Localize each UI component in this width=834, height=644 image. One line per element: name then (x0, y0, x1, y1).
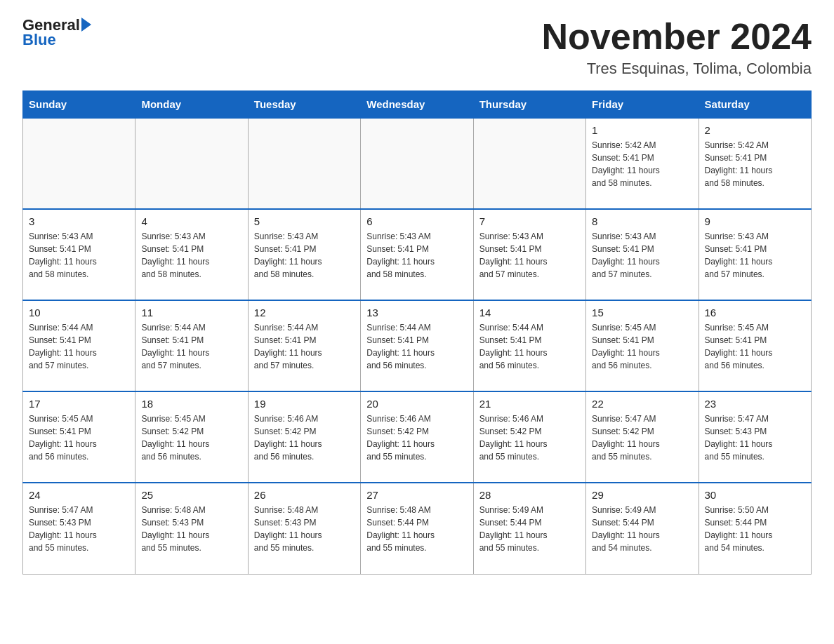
col-tuesday: Tuesday (248, 91, 360, 119)
day-info: Sunrise: 5:44 AM Sunset: 5:41 PM Dayligh… (141, 321, 241, 372)
page-header: General Blue November 2024 Tres Esquinas… (22, 17, 812, 78)
day-number: 22 (592, 398, 692, 410)
day-info: Sunrise: 5:49 AM Sunset: 5:44 PM Dayligh… (592, 504, 692, 554)
calendar-cell: 22Sunrise: 5:47 AM Sunset: 5:42 PM Dayli… (586, 391, 699, 483)
day-info: Sunrise: 5:49 AM Sunset: 5:44 PM Dayligh… (479, 504, 580, 554)
day-number: 19 (254, 398, 355, 410)
day-info: Sunrise: 5:43 AM Sunset: 5:41 PM Dayligh… (29, 230, 129, 281)
calendar-week-row: 24Sunrise: 5:47 AM Sunset: 5:43 PM Dayli… (23, 483, 812, 574)
calendar-header-row: Sunday Monday Tuesday Wednesday Thursday… (23, 91, 812, 119)
day-number: 11 (141, 307, 241, 318)
calendar-cell: 13Sunrise: 5:44 AM Sunset: 5:41 PM Dayli… (361, 300, 473, 391)
day-number: 14 (479, 307, 580, 318)
day-number: 5 (254, 215, 355, 227)
calendar-cell: 6Sunrise: 5:43 AM Sunset: 5:41 PM Daylig… (361, 209, 473, 300)
day-info: Sunrise: 5:47 AM Sunset: 5:43 PM Dayligh… (29, 504, 129, 554)
col-wednesday: Wednesday (361, 91, 473, 119)
col-monday: Monday (135, 91, 248, 119)
day-number: 3 (29, 215, 129, 227)
day-info: Sunrise: 5:43 AM Sunset: 5:41 PM Dayligh… (705, 230, 805, 281)
calendar-cell: 19Sunrise: 5:46 AM Sunset: 5:42 PM Dayli… (248, 391, 360, 483)
day-info: Sunrise: 5:42 AM Sunset: 5:41 PM Dayligh… (592, 139, 692, 189)
day-number: 17 (29, 398, 129, 410)
location-subtitle: Tres Esquinas, Tolima, Colombia (542, 60, 812, 78)
day-info: Sunrise: 5:47 AM Sunset: 5:42 PM Dayligh… (592, 412, 692, 463)
calendar-cell (361, 118, 473, 209)
calendar-week-row: 3Sunrise: 5:43 AM Sunset: 5:41 PM Daylig… (23, 209, 812, 300)
title-area: November 2024 Tres Esquinas, Tolima, Col… (542, 17, 812, 78)
day-info: Sunrise: 5:46 AM Sunset: 5:42 PM Dayligh… (254, 412, 355, 463)
col-sunday: Sunday (23, 91, 135, 119)
day-number: 28 (479, 489, 580, 501)
calendar-cell: 17Sunrise: 5:45 AM Sunset: 5:41 PM Dayli… (23, 391, 135, 483)
calendar-cell: 2Sunrise: 5:42 AM Sunset: 5:41 PM Daylig… (699, 118, 811, 209)
day-number: 26 (254, 489, 355, 501)
month-title: November 2024 (542, 17, 812, 57)
day-number: 8 (592, 215, 692, 227)
day-info: Sunrise: 5:48 AM Sunset: 5:43 PM Dayligh… (254, 504, 355, 554)
day-info: Sunrise: 5:45 AM Sunset: 5:41 PM Dayligh… (29, 412, 129, 463)
day-number: 6 (366, 215, 467, 227)
day-info: Sunrise: 5:48 AM Sunset: 5:44 PM Dayligh… (366, 504, 467, 554)
day-info: Sunrise: 5:43 AM Sunset: 5:41 PM Dayligh… (592, 230, 692, 281)
day-info: Sunrise: 5:46 AM Sunset: 5:42 PM Dayligh… (366, 412, 467, 463)
calendar-cell: 29Sunrise: 5:49 AM Sunset: 5:44 PM Dayli… (586, 483, 699, 574)
calendar-cell: 1Sunrise: 5:42 AM Sunset: 5:41 PM Daylig… (586, 118, 699, 209)
calendar-week-row: 17Sunrise: 5:45 AM Sunset: 5:41 PM Dayli… (23, 391, 812, 483)
calendar-cell (23, 118, 135, 209)
day-info: Sunrise: 5:43 AM Sunset: 5:41 PM Dayligh… (479, 230, 580, 281)
calendar-cell: 20Sunrise: 5:46 AM Sunset: 5:42 PM Dayli… (361, 391, 473, 483)
calendar-cell: 10Sunrise: 5:44 AM Sunset: 5:41 PM Dayli… (23, 300, 135, 391)
day-number: 15 (592, 307, 692, 318)
logo-bottom: Blue (22, 31, 56, 49)
calendar-cell: 5Sunrise: 5:43 AM Sunset: 5:41 PM Daylig… (248, 209, 360, 300)
day-info: Sunrise: 5:43 AM Sunset: 5:41 PM Dayligh… (366, 230, 467, 281)
calendar-week-row: 1Sunrise: 5:42 AM Sunset: 5:41 PM Daylig… (23, 118, 812, 209)
day-info: Sunrise: 5:44 AM Sunset: 5:41 PM Dayligh… (479, 321, 580, 372)
day-number: 25 (141, 489, 241, 501)
day-info: Sunrise: 5:47 AM Sunset: 5:43 PM Dayligh… (705, 412, 805, 463)
day-info: Sunrise: 5:43 AM Sunset: 5:41 PM Dayligh… (254, 230, 355, 281)
calendar-table: Sunday Monday Tuesday Wednesday Thursday… (22, 90, 812, 575)
calendar-cell: 4Sunrise: 5:43 AM Sunset: 5:41 PM Daylig… (135, 209, 248, 300)
day-info: Sunrise: 5:50 AM Sunset: 5:44 PM Dayligh… (705, 504, 805, 554)
calendar-cell: 7Sunrise: 5:43 AM Sunset: 5:41 PM Daylig… (473, 209, 585, 300)
day-number: 1 (592, 124, 692, 136)
logo: General Blue (22, 17, 91, 49)
calendar-cell: 14Sunrise: 5:44 AM Sunset: 5:41 PM Dayli… (473, 300, 585, 391)
calendar-cell (473, 118, 585, 209)
col-friday: Friday (586, 91, 699, 119)
calendar-week-row: 10Sunrise: 5:44 AM Sunset: 5:41 PM Dayli… (23, 300, 812, 391)
calendar-cell: 27Sunrise: 5:48 AM Sunset: 5:44 PM Dayli… (361, 483, 473, 574)
day-number: 13 (366, 307, 467, 318)
calendar-cell: 12Sunrise: 5:44 AM Sunset: 5:41 PM Dayli… (248, 300, 360, 391)
calendar-cell (248, 118, 360, 209)
day-number: 18 (141, 398, 241, 410)
day-info: Sunrise: 5:46 AM Sunset: 5:42 PM Dayligh… (479, 412, 580, 463)
calendar-cell: 24Sunrise: 5:47 AM Sunset: 5:43 PM Dayli… (23, 483, 135, 574)
day-number: 24 (29, 489, 129, 501)
day-info: Sunrise: 5:45 AM Sunset: 5:41 PM Dayligh… (592, 321, 692, 372)
calendar-cell: 8Sunrise: 5:43 AM Sunset: 5:41 PM Daylig… (586, 209, 699, 300)
day-number: 21 (479, 398, 580, 410)
day-number: 2 (705, 124, 805, 136)
day-info: Sunrise: 5:42 AM Sunset: 5:41 PM Dayligh… (705, 139, 805, 189)
day-number: 27 (366, 489, 467, 501)
day-number: 12 (254, 307, 355, 318)
day-info: Sunrise: 5:48 AM Sunset: 5:43 PM Dayligh… (141, 504, 241, 554)
day-info: Sunrise: 5:44 AM Sunset: 5:41 PM Dayligh… (366, 321, 467, 372)
col-saturday: Saturday (699, 91, 811, 119)
calendar-cell: 23Sunrise: 5:47 AM Sunset: 5:43 PM Dayli… (699, 391, 811, 483)
day-info: Sunrise: 5:43 AM Sunset: 5:41 PM Dayligh… (141, 230, 241, 281)
calendar-cell (135, 118, 248, 209)
calendar-cell: 16Sunrise: 5:45 AM Sunset: 5:41 PM Dayli… (699, 300, 811, 391)
day-number: 23 (705, 398, 805, 410)
calendar-cell: 9Sunrise: 5:43 AM Sunset: 5:41 PM Daylig… (699, 209, 811, 300)
day-number: 9 (705, 215, 805, 227)
day-number: 20 (366, 398, 467, 410)
calendar-cell: 11Sunrise: 5:44 AM Sunset: 5:41 PM Dayli… (135, 300, 248, 391)
calendar-cell: 30Sunrise: 5:50 AM Sunset: 5:44 PM Dayli… (699, 483, 811, 574)
day-info: Sunrise: 5:45 AM Sunset: 5:41 PM Dayligh… (705, 321, 805, 372)
logo-arrow-icon (81, 18, 91, 32)
day-number: 10 (29, 307, 129, 318)
